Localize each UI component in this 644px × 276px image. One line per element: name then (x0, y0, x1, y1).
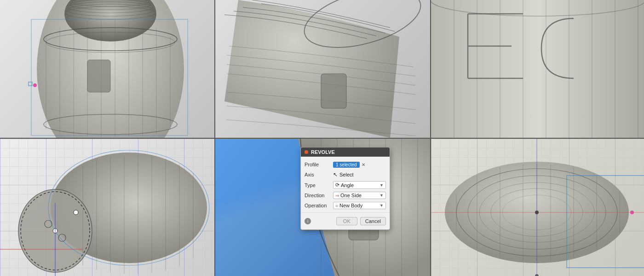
type-dropdown-arrow-icon: ▼ (380, 183, 384, 188)
direction-icon: ⇒ (335, 193, 339, 198)
viewport-top-left[interactable] (0, 0, 214, 138)
dialog-body: Profile 1 selected ✕ Axis ↖ Select (301, 157, 390, 229)
dialog-header-dot (305, 150, 308, 154)
svg-point-88 (630, 211, 634, 214)
cancel-button[interactable]: Cancel (360, 217, 386, 225)
profile-value: 1 selected ✕ (333, 162, 386, 168)
axis-select-text[interactable]: Select (339, 172, 354, 177)
type-value: ⟳ Angle ▼ (333, 181, 386, 189)
operation-dropdown-text: New Body (339, 203, 362, 208)
viewport-bottom-center[interactable]: REVOLVE Profile 1 selected ✕ Axis ↖ Sele (215, 139, 430, 276)
axis-label: Axis (305, 172, 333, 177)
direction-dropdown-text: One Side (340, 193, 362, 198)
viewport-top-center[interactable] (215, 0, 430, 138)
svg-point-89 (535, 274, 539, 276)
operation-value: ○ New Body ▼ (333, 202, 386, 209)
dialog-row-axis: Axis ↖ Select (301, 170, 390, 180)
ok-button[interactable]: OK (336, 217, 357, 225)
svg-point-22 (33, 83, 37, 87)
profile-close-icon[interactable]: ✕ (362, 162, 365, 167)
type-label: Type (305, 182, 333, 188)
viewport-bottom-right[interactable] (431, 139, 644, 276)
dialog-row-profile: Profile 1 selected ✕ (301, 159, 390, 170)
dialog-title: REVOLVE (311, 149, 335, 155)
profile-badge[interactable]: 1 selected (333, 162, 360, 168)
revolve-dialog: REVOLVE Profile 1 selected ✕ Axis ↖ Sele (300, 147, 390, 230)
cursor-icon: ↖ (333, 171, 338, 178)
operation-dropdown-arrow-icon: ▼ (380, 203, 384, 208)
type-dropdown[interactable]: ⟳ Angle ▼ (333, 181, 386, 189)
svg-rect-23 (29, 82, 32, 86)
dialog-footer: i OK Cancel (301, 215, 390, 228)
svg-rect-20 (87, 60, 110, 92)
direction-dropdown-arrow-icon: ▼ (380, 193, 384, 198)
info-icon[interactable]: i (305, 218, 311, 224)
dialog-header: REVOLVE (301, 147, 390, 157)
svg-point-87 (535, 211, 539, 214)
dialog-row-operation: Operation ○ New Body ▼ (301, 200, 390, 211)
dialog-row-direction: Direction ⇒ One Side ▼ (301, 190, 390, 200)
viewport-top-right[interactable] (431, 0, 644, 138)
viewport-bottom-left[interactable] (0, 139, 214, 276)
direction-label: Direction (305, 193, 333, 198)
svg-point-56 (74, 210, 78, 215)
dialog-separator (301, 212, 390, 213)
axis-value[interactable]: ↖ Select (333, 171, 386, 178)
dialog-row-type: Type ⟳ Angle ▼ (301, 180, 390, 190)
angle-icon: ⟳ (335, 182, 339, 188)
direction-value: ⇒ One Side ▼ (333, 192, 386, 199)
profile-label: Profile (305, 162, 333, 167)
operation-icon: ○ (335, 203, 338, 208)
direction-dropdown[interactable]: ⇒ One Side ▼ (333, 192, 386, 199)
operation-dropdown[interactable]: ○ New Body ▼ (333, 202, 386, 209)
svg-rect-26 (431, 0, 644, 138)
operation-label: Operation (305, 203, 333, 208)
viewport-grid: REVOLVE Profile 1 selected ✕ Axis ↖ Sele (0, 0, 644, 276)
type-dropdown-text: Angle (341, 182, 354, 188)
svg-rect-25 (321, 74, 346, 108)
